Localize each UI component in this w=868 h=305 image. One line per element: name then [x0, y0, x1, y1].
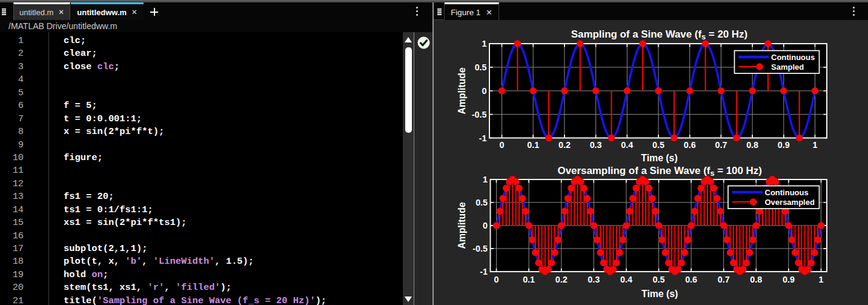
svg-text:-0.5: -0.5 [472, 244, 488, 253]
svg-text:0.3: 0.3 [590, 140, 602, 150]
svg-text:0.9: 0.9 [783, 275, 795, 284]
svg-text:0.7: 0.7 [718, 275, 730, 284]
svg-text:0.5: 0.5 [652, 140, 664, 150]
svg-text:0.9: 0.9 [778, 140, 790, 150]
svg-text:0.5: 0.5 [475, 62, 487, 72]
svg-text:-1: -1 [480, 267, 488, 277]
svg-text:0.2: 0.2 [558, 140, 571, 150]
svg-text:Time (s): Time (s) [641, 153, 677, 163]
svg-text:0: 0 [483, 221, 488, 230]
svg-text:0: 0 [482, 86, 487, 96]
svg-text:0.4: 0.4 [620, 275, 632, 284]
svg-text:1: 1 [482, 39, 487, 49]
svg-text:0.8: 0.8 [746, 140, 758, 150]
svg-text:0.1: 0.1 [523, 275, 535, 284]
svg-text:Continuous: Continuous [771, 53, 815, 62]
svg-text:Amplitude: Amplitude [457, 67, 467, 114]
svg-text:1: 1 [483, 175, 488, 184]
svg-text:0.4: 0.4 [621, 140, 633, 150]
svg-text:Oversampled: Oversampled [765, 198, 815, 207]
svg-text:0.1: 0.1 [527, 140, 539, 150]
svg-text:0: 0 [494, 275, 499, 284]
svg-text:Sampled: Sampled [771, 62, 804, 72]
svg-text:Continuous: Continuous [765, 188, 809, 197]
svg-text:-0.5: -0.5 [472, 110, 487, 119]
svg-text:0: 0 [500, 140, 505, 150]
svg-text:Amplitude: Amplitude [457, 202, 467, 249]
svg-text:-1: -1 [479, 133, 487, 143]
svg-text:0.6: 0.6 [685, 275, 697, 284]
svg-text:0.5: 0.5 [475, 198, 488, 207]
svg-text:0.3: 0.3 [588, 275, 600, 284]
svg-text:1: 1 [813, 140, 818, 150]
svg-text:1: 1 [819, 275, 824, 284]
svg-text:0.6: 0.6 [684, 140, 696, 150]
svg-text:0.2: 0.2 [555, 275, 568, 284]
svg-text:0.5: 0.5 [653, 275, 665, 284]
svg-text:0.8: 0.8 [750, 275, 762, 284]
svg-text:Oversampling of a Sine Wave (f: Oversampling of a Sine Wave (fs = 100 Hz… [558, 165, 762, 178]
svg-text:0.7: 0.7 [715, 140, 727, 150]
svg-text:Sampling of a Sine Wave (fs =: Sampling of a Sine Wave (fs = 20 Hz) [571, 28, 747, 41]
svg-text:Time (s): Time (s) [641, 289, 678, 299]
